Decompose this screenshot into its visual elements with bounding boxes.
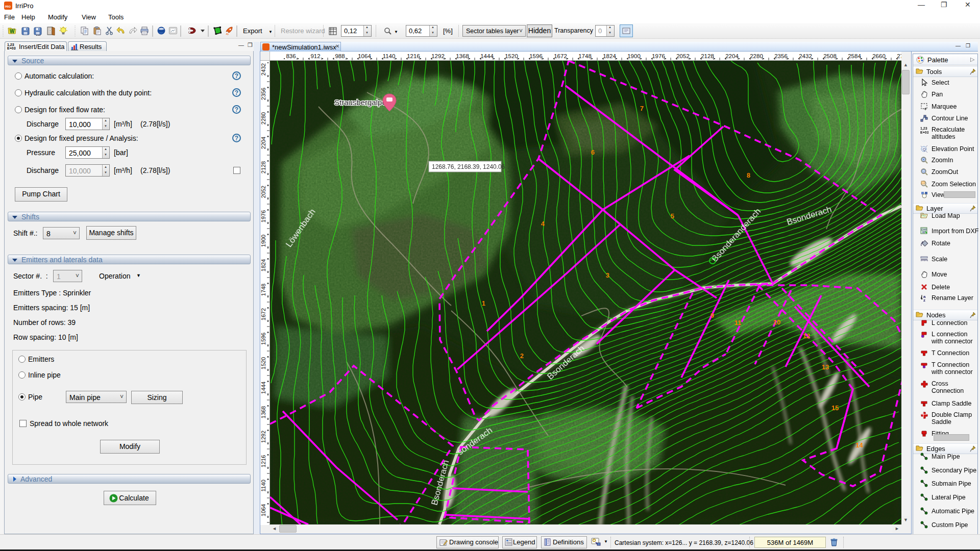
svg-text:1368: 1368 <box>260 406 266 418</box>
svg-text:1: 1 <box>482 299 485 307</box>
svg-text:1444: 1444 <box>480 53 494 59</box>
svg-text:2128: 2128 <box>260 161 266 173</box>
svg-text:1216: 1216 <box>407 53 420 59</box>
svg-text:912: 912 <box>310 53 320 59</box>
svg-text:1520: 1520 <box>505 53 518 59</box>
svg-text:2660: 2660 <box>872 53 886 59</box>
svg-text:2432: 2432 <box>260 63 266 76</box>
svg-text:3: 3 <box>606 271 609 279</box>
svg-text:Q: Q <box>923 147 926 152</box>
svg-text:2280: 2280 <box>260 112 266 124</box>
svg-text:2356: 2356 <box>774 53 788 59</box>
svg-text:14: 14 <box>855 441 863 449</box>
svg-text:1748: 1748 <box>578 53 592 59</box>
svg-text:1596: 1596 <box>260 333 266 345</box>
svg-text:1064: 1064 <box>260 504 266 516</box>
svg-text:9: 9 <box>710 312 714 319</box>
svg-text:1672: 1672 <box>554 53 567 59</box>
svg-text:988: 988 <box>335 53 345 59</box>
svg-text:2280: 2280 <box>750 53 763 59</box>
svg-text:1216: 1216 <box>260 455 266 467</box>
svg-text:1748: 1748 <box>260 284 266 296</box>
svg-text:8: 8 <box>747 171 750 179</box>
svg-text:1824: 1824 <box>603 53 616 59</box>
svg-text:2128: 2128 <box>701 53 714 59</box>
svg-text:1368: 1368 <box>456 53 469 59</box>
svg-text:W: W <box>10 29 15 34</box>
svg-text:2204: 2204 <box>260 137 266 149</box>
svg-text:13: 13 <box>822 363 829 371</box>
svg-text:1520: 1520 <box>260 357 266 369</box>
svg-text:2204: 2204 <box>725 53 739 59</box>
svg-text:1140: 1140 <box>383 53 396 59</box>
svg-text:10: 10 <box>773 318 780 326</box>
svg-text:1976: 1976 <box>652 53 665 59</box>
svg-text:2508: 2508 <box>823 53 837 59</box>
svg-text:2356: 2356 <box>260 88 266 100</box>
svg-text:12: 12 <box>803 332 810 340</box>
svg-text:2052: 2052 <box>260 186 266 198</box>
svg-text:1292: 1292 <box>431 53 445 59</box>
svg-text:11: 11 <box>734 319 742 327</box>
svg-text:1292: 1292 <box>260 431 266 443</box>
svg-text:E+03: E+03 <box>920 131 928 134</box>
svg-text:1672: 1672 <box>260 308 266 320</box>
svg-text:1064: 1064 <box>358 53 371 59</box>
svg-text:2432: 2432 <box>799 53 812 59</box>
svg-text:1,23: 1,23 <box>920 127 927 131</box>
svg-text:1444: 1444 <box>260 382 266 394</box>
svg-text:2584: 2584 <box>848 53 861 59</box>
svg-text:Strausbergalpe: Strausbergalpe <box>334 98 386 107</box>
svg-text:5: 5 <box>671 212 674 220</box>
svg-text:6: 6 <box>591 148 595 156</box>
svg-text:836: 836 <box>286 53 296 59</box>
svg-text:z: z <box>923 298 925 302</box>
svg-text:1824: 1824 <box>260 259 266 271</box>
svg-text:1268.76, 2168.39, 1240.06: 1268.76, 2168.39, 1240.06 <box>432 163 505 170</box>
svg-text:4: 4 <box>541 220 545 228</box>
svg-text:1140: 1140 <box>260 480 266 492</box>
svg-text:1900: 1900 <box>260 235 266 247</box>
svg-text:1976: 1976 <box>260 210 266 222</box>
svg-text:2: 2 <box>520 352 524 360</box>
svg-text:2052: 2052 <box>676 53 690 59</box>
svg-text:2736: 2736 <box>897 53 901 59</box>
svg-text:7: 7 <box>640 105 644 112</box>
svg-text:1596: 1596 <box>529 53 543 59</box>
svg-text:1900: 1900 <box>627 53 641 59</box>
svg-text:15: 15 <box>831 404 839 412</box>
svg-text:DXF: DXF <box>921 228 927 231</box>
